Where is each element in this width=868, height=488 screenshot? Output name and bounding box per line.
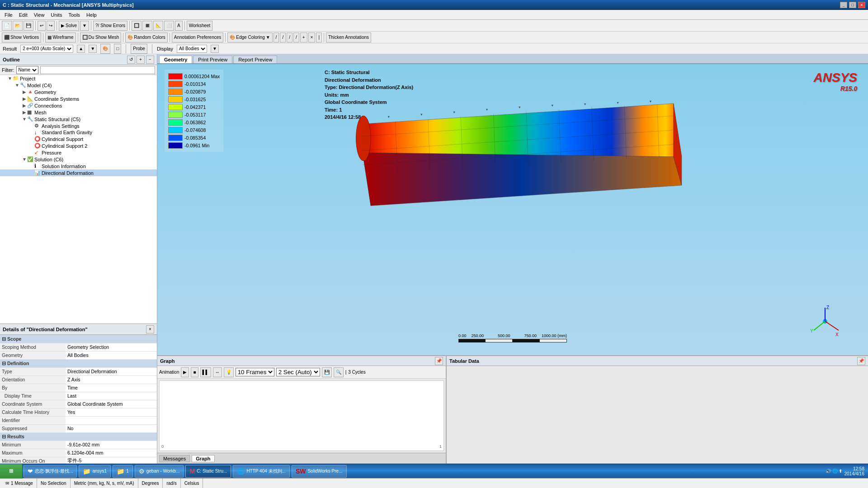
show-errors-button[interactable]: ?/ Show Errors [93,21,127,31]
animation-play-btn[interactable]: ▶ [181,367,189,377]
thicken-annotations-button[interactable]: Thicken Annotations [326,33,371,42]
viewport-3d[interactable]: C: Static Structural Directional Deforma… [157,64,868,355]
tree-item-solution-info[interactable]: ℹ Solution Information [0,163,157,169]
scale-up-btn[interactable]: ▲ [77,45,85,53]
tree-item-analysis-settings[interactable]: ⚙ Analysis Settings [0,122,157,129]
redo-button[interactable]: ↪ [47,21,55,31]
taskbar-item-0[interactable]: ❤ 恋恋·飘浮佳-最找... [24,465,77,478]
menu-edit[interactable]: Edit [16,11,30,19]
tree-item-project[interactable]: ▼ 📁 Project [0,75,157,82]
save-button[interactable]: 💾 [24,21,33,31]
icons-btn2[interactable]: 🔳 [142,21,152,31]
open-button[interactable]: 📂 [13,21,23,31]
tree-item-model[interactable]: ▼ 🔧 Model (C4) [0,82,157,89]
edge-icon-5[interactable]: + [300,33,307,42]
icons-btn3[interactable]: 📐 [153,21,163,31]
taskbar-item-6[interactable]: SW SolidWorks Pre... [292,465,347,478]
color-result-btn[interactable]: 🎨 [100,44,110,54]
start-icon: ⊞ [9,468,13,474]
svg-text:▼: ▼ [420,113,423,117]
edge-icon-7[interactable]: | [316,33,322,42]
show-vertices-button[interactable]: ⬛ Show Vertices [2,33,41,42]
menu-tools[interactable]: Tools [66,11,83,19]
result-scale-select[interactable]: 2 e+003 (Auto Scale) [20,45,73,53]
results-header: ⊟ Results [0,432,157,441]
animation-label: Animation [159,370,179,375]
menu-help[interactable]: Help [84,11,99,19]
edge-coloring-button[interactable]: 🎨 Edge Coloring ▼ [227,33,272,42]
maximize-button[interactable]: □ [849,2,856,8]
menu-units[interactable]: Units [48,11,65,19]
menu-file[interactable]: File [2,11,15,19]
outline-expand-btn[interactable]: + [137,56,145,64]
taskbar-item-3[interactable]: ⚙ geban - Workb... [135,465,184,478]
animation-stop-btn[interactable]: ■ [191,367,198,377]
duration-select[interactable]: 2 Sec (Auto) [276,368,320,376]
outline-collapse-btn[interactable]: − [146,56,154,64]
tab-graph[interactable]: Graph [192,455,214,462]
tree-item-mesh[interactable]: ▶ ▦ Mesh [0,109,157,116]
undo-button[interactable]: ↩ [38,21,46,31]
tabular-pin-btn[interactable]: 📌 [857,357,865,365]
solve-button[interactable]: ▶ Solve [59,21,79,31]
tree-item-static-structural[interactable]: ▼ 🔧 Static Structural (C5) [0,116,157,122]
tree-item-gravity[interactable]: ↓ Standard Earth Gravity [0,129,157,136]
icons-btn4[interactable]: ⬜ [164,21,174,31]
zoom-graph-btn[interactable]: 🔍 [334,367,344,377]
outline-refresh-btn[interactable]: ↺ [127,56,135,64]
edge-icon-1[interactable]: / [274,33,279,42]
tab-print-preview[interactable]: Print Preview [193,56,232,63]
animation-light-btn[interactable]: 💡 [224,367,234,377]
show-mesh-button[interactable]: 🔲 Du Show Mesh [80,33,122,42]
details-table: ⊟ Scope Scoping Method Geometry Selectio… [0,335,157,464]
edge-icon-4[interactable]: / [293,33,299,42]
legend-color-6 [168,119,183,126]
tab-geometry[interactable]: Geometry [159,56,192,63]
tree-item-coordinate-systems[interactable]: ▶ 📐 Coordinate Systems [0,95,157,102]
export-btn[interactable]: 💾 [322,367,332,377]
details-close-btn[interactable]: × [146,325,154,333]
graph-pin-btn[interactable]: 📌 [435,357,443,365]
probe-button[interactable]: Probe [131,44,147,54]
tab-report-preview[interactable]: Report Preview [233,56,277,63]
edge-icon-6[interactable]: × [308,33,316,42]
edge-icon-2[interactable]: / [280,33,286,42]
new-button[interactable]: 📄 [2,21,12,31]
wireframe-button[interactable]: ▦ Wireframe [45,33,75,42]
filter-input[interactable] [40,66,156,74]
animation-bar-btn[interactable]: ▌▌ [200,367,211,377]
status-bar: ✉ 1 Message No Selection Metric (mm, kg,… [0,478,868,488]
annotation-prefs-button[interactable]: Annotation Preferences [172,33,224,42]
tree-item-geometry[interactable]: ▶ 🔺 Geometry [0,89,157,95]
taskbar-item-1[interactable]: 📁 ansys1 [79,465,111,478]
random-colors-button[interactable]: 🎨 Random Colors [125,33,167,42]
tree-item-connections[interactable]: ▶ 🔗 Connections [0,102,157,109]
animation-bounce-btn[interactable]: ↔ [213,367,222,377]
close-button[interactable]: × [858,2,865,8]
edge-icon-3[interactable]: / [287,33,292,42]
filter-select[interactable]: Name [16,66,38,74]
minimize-button[interactable]: _ [840,2,847,8]
window-controls[interactable]: _ □ × [840,2,865,8]
tree-item-directional-deformation[interactable]: 📊 Directional Deformation [0,169,157,176]
tree-item-cyl-support-2[interactable]: ⭕ Cylindrical Support 2 [0,142,157,149]
frames-select[interactable]: 10 Frames [236,368,274,376]
tab-messages[interactable]: Messages [159,455,190,462]
display-select[interactable]: All Bodies [177,45,207,53]
taskbar-item-4[interactable]: M C: Static Stru... [185,465,231,478]
worksheet-button[interactable]: Worksheet [187,21,213,31]
menu-view[interactable]: View [31,11,47,19]
taskbar-item-2[interactable]: 📁 1 [113,465,133,478]
icons-btn5[interactable]: A [175,21,183,31]
scale-down-btn[interactable]: ▼ [89,45,97,53]
solve-dropdown[interactable]: ▼ [80,21,89,31]
display-dropdown-btn[interactable]: ▼ [211,45,219,53]
tree-item-cyl-support-1[interactable]: ⭕ Cylindrical Support [0,136,157,142]
start-button[interactable]: ⊞ [0,464,23,479]
svg-text:▼: ▼ [551,103,554,108]
taskbar-item-5[interactable]: 🌐 HTTP 404 未找到... [233,465,290,478]
icons-btn1[interactable]: 🔲 [132,21,142,31]
bg-btn[interactable]: □ [114,44,121,54]
tree-item-solution[interactable]: ▼ ✅ Solution (C6) [0,156,157,163]
tree-item-pressure[interactable]: ↙ Pressure [0,149,157,156]
